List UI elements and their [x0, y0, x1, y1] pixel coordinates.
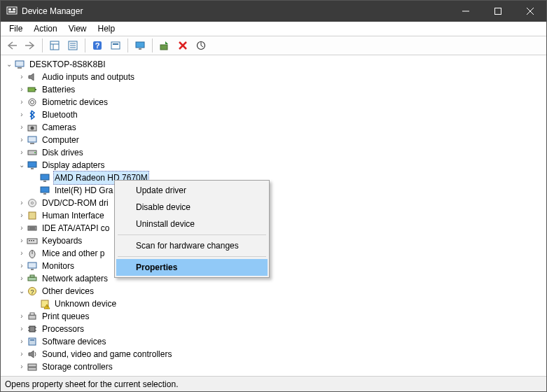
update-driver-toolbar-button[interactable] — [156, 38, 173, 53]
expand-icon[interactable]: › — [17, 272, 27, 285]
tree-label[interactable]: Intel(R) HD Gra — [53, 184, 114, 197]
context-item-properties[interactable]: Properties — [116, 259, 268, 276]
tree-label[interactable]: IDE ATA/ATAPI co — [41, 222, 111, 234]
context-menu: Update driverDisable deviceUninstall dev… — [114, 180, 270, 278]
tree-label[interactable]: Bluetooth — [41, 108, 79, 121]
tree-label[interactable]: Print queues — [41, 310, 90, 323]
collapse-icon[interactable]: ⌄ — [17, 285, 27, 298]
tree-row[interactable]: ›Monitors — [4, 260, 546, 272]
help-button[interactable]: ? — [89, 38, 106, 53]
expand-icon[interactable]: › — [17, 348, 27, 360]
tree-label[interactable]: DVD/CD-ROM dri — [41, 197, 110, 209]
expand-icon[interactable]: › — [17, 121, 27, 134]
tree-row[interactable]: ⌄DESKTOP-8S8K8BI — [4, 58, 546, 71]
back-button[interactable] — [4, 38, 20, 53]
tree-row[interactable]: ›Network adapters — [4, 272, 546, 285]
tree-row[interactable]: ›Cameras — [4, 121, 546, 134]
tree-label[interactable]: Sound, video and game controllers — [41, 348, 173, 360]
tree-row[interactable]: ›Software devices — [4, 335, 546, 348]
collapse-icon[interactable]: ⌄ — [4, 58, 14, 71]
tree-row[interactable]: AMD Radeon HD 7670M — [4, 172, 546, 184]
delete-toolbar-button[interactable] — [174, 38, 191, 53]
tree-row[interactable]: ›Processors — [4, 323, 546, 335]
tree-row[interactable]: ›Sound, video and game controllers — [4, 348, 546, 360]
tree-row[interactable]: Intel(R) HD Gra — [4, 184, 546, 197]
close-button[interactable] — [514, 1, 546, 22]
tree-label[interactable]: Disk drives — [41, 146, 85, 159]
context-item-disable-device[interactable]: Disable device — [116, 199, 268, 216]
tree-row[interactable]: ›Storage controllers — [4, 360, 546, 373]
svg-rect-8 — [50, 41, 59, 50]
tree-row[interactable]: !Unknown device — [4, 298, 546, 310]
tree-row[interactable]: ›Print queues — [4, 310, 546, 323]
expand-icon[interactable]: › — [17, 360, 27, 373]
tree-label[interactable]: Processors — [41, 323, 85, 335]
expand-icon[interactable]: › — [17, 323, 27, 335]
tree-row[interactable]: ⌄Display adapters — [4, 159, 546, 172]
expand-icon[interactable]: › — [17, 335, 27, 348]
tree-label[interactable]: Display adapters — [41, 159, 106, 172]
tree-label[interactable]: Monitors — [41, 260, 76, 272]
svg-point-44 — [32, 202, 34, 204]
expand-icon[interactable]: › — [17, 222, 27, 234]
expand-icon[interactable]: › — [17, 96, 27, 108]
expand-icon[interactable]: › — [17, 197, 27, 209]
tree-row[interactable]: ⌄?Other devices — [4, 285, 546, 298]
expand-icon[interactable]: › — [17, 146, 27, 159]
expand-icon[interactable]: › — [17, 108, 27, 121]
tree-row[interactable]: ›IDE ATA/ATAPI co — [4, 222, 546, 234]
tree-label[interactable]: Biometric devices — [41, 96, 109, 108]
tree-row[interactable]: ›Human Interface — [4, 209, 546, 222]
tree-row[interactable]: ›Biometric devices — [4, 96, 546, 108]
collapse-icon[interactable]: ⌄ — [17, 159, 27, 172]
menu-file[interactable]: File — [4, 23, 28, 34]
tree-label[interactable]: Mice and other p — [41, 247, 106, 260]
context-item-scan-for-hardware-changes[interactable]: Scan for hardware changes — [116, 237, 268, 254]
tree-label[interactable]: Audio inputs and outputs — [41, 71, 136, 83]
tree-row[interactable]: ›Bluetooth — [4, 108, 546, 121]
tree-label[interactable]: Cameras — [41, 121, 78, 134]
forward-button[interactable] — [22, 38, 39, 53]
monitor-toolbar-button[interactable] — [132, 38, 148, 53]
menu-help[interactable]: Help — [92, 23, 121, 34]
scan-toolbar-button[interactable] — [193, 38, 209, 53]
tree-label[interactable]: Unknown device — [53, 298, 118, 310]
tree-label[interactable]: Human Interface — [41, 209, 106, 222]
tree-label[interactable]: Computer — [41, 134, 81, 146]
tree-row[interactable]: ›Keyboards — [4, 234, 546, 247]
tree-scroll[interactable]: ⌄DESKTOP-8S8K8BI›Audio inputs and output… — [1, 57, 546, 375]
tree-label[interactable]: Software devices — [41, 335, 107, 348]
tree-row[interactable]: ›Audio inputs and outputs — [4, 71, 546, 83]
tree-row[interactable]: ›Computer — [4, 134, 546, 146]
expand-icon[interactable]: › — [17, 134, 27, 146]
svg-rect-46 — [28, 226, 36, 230]
app-toolbar-button[interactable] — [107, 38, 124, 53]
properties-toolbar-button[interactable] — [64, 38, 81, 53]
tree-row[interactable]: ›Batteries — [4, 83, 546, 96]
tree-label[interactable]: DESKTOP-8S8K8BI — [28, 58, 107, 71]
minimize-button[interactable] — [450, 1, 482, 22]
context-item-update-driver[interactable]: Update driver — [116, 182, 268, 199]
context-item-uninstall-device[interactable]: Uninstall device — [116, 216, 268, 232]
expand-icon[interactable]: › — [17, 310, 27, 323]
maximize-button[interactable] — [482, 1, 514, 22]
menu-view[interactable]: View — [63, 23, 92, 34]
tree-label[interactable]: Keyboards — [41, 234, 83, 247]
statusbar: Opens property sheet for the current sel… — [1, 376, 546, 391]
expand-icon[interactable]: › — [17, 234, 27, 247]
expand-icon[interactable]: › — [17, 83, 27, 96]
expand-icon[interactable]: › — [17, 209, 27, 222]
toolbar-separator — [85, 38, 85, 52]
expand-icon[interactable]: › — [17, 247, 27, 260]
tree-label[interactable]: Network adapters — [41, 272, 109, 285]
tree-row[interactable]: ›DVD/CD-ROM dri — [4, 197, 546, 209]
show-hidden-button[interactable] — [46, 38, 63, 53]
menu-action[interactable]: Action — [28, 23, 62, 34]
expand-icon[interactable]: › — [17, 260, 27, 272]
tree-row[interactable]: ›Mice and other p — [4, 247, 546, 260]
tree-label[interactable]: Batteries — [41, 83, 76, 96]
tree-row[interactable]: ›Disk drives — [4, 146, 546, 159]
tree-label[interactable]: Storage controllers — [41, 360, 114, 373]
tree-label[interactable]: Other devices — [41, 285, 95, 298]
expand-icon[interactable]: › — [17, 71, 27, 83]
